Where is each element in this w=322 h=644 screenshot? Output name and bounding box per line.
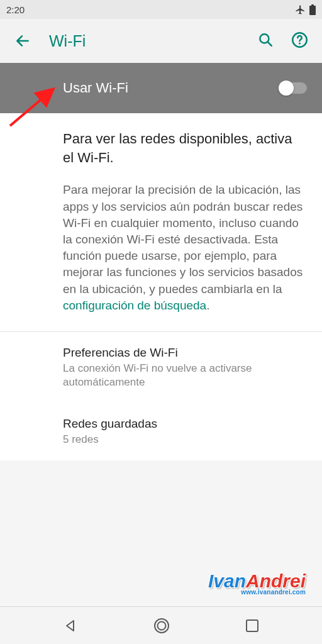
info-body-suffix: . — [206, 299, 209, 312]
help-icon — [291, 31, 308, 48]
page-title: Wi-Fi — [39, 32, 257, 50]
wifi-preferences-item[interactable]: Preferencias de Wi-Fi La conexión Wi-Fi … — [0, 332, 322, 403]
status-time: 2:20 — [6, 4, 25, 15]
watermark-part1: Ivan — [208, 570, 246, 591]
watermark: IvanAndrei www.ivanandrei.com — [208, 572, 306, 595]
app-header: Wi-Fi — [0, 19, 322, 63]
info-title: Para ver las redes disponibles, activa e… — [63, 130, 304, 167]
status-right — [295, 4, 316, 15]
battery-icon — [309, 4, 316, 15]
wifi-toggle-label: Usar Wi-Fi — [63, 80, 279, 96]
nav-back-button[interactable] — [63, 618, 78, 633]
info-body-prefix: Para mejorar la precisión de la ubicació… — [63, 183, 303, 295]
svg-line-3 — [268, 42, 272, 45]
saved-networks-item[interactable]: Redes guardadas 5 redes — [0, 403, 322, 460]
svg-rect-9 — [247, 620, 258, 631]
airplane-mode-icon — [295, 4, 306, 15]
list-item-subtitle: 5 redes — [63, 433, 304, 447]
svg-point-7 — [155, 619, 169, 633]
wifi-toggle-panel[interactable]: Usar Wi-Fi — [0, 63, 322, 113]
search-icon — [257, 31, 274, 48]
status-bar: 2:20 — [0, 0, 322, 19]
info-body: Para mejorar la precisión de la ubicació… — [63, 182, 304, 314]
nav-recent-button[interactable] — [245, 619, 259, 633]
svg-point-5 — [299, 42, 301, 44]
search-settings-link[interactable]: configuración de búsqueda — [63, 299, 206, 312]
wifi-info-block: Para ver las redes disponibles, activa e… — [0, 113, 322, 331]
search-button[interactable] — [257, 31, 274, 51]
list-item-subtitle: La conexión Wi-Fi no vuelve a activarse … — [63, 362, 304, 389]
list-item-title: Redes guardadas — [63, 417, 304, 431]
nav-home-button[interactable] — [153, 617, 170, 635]
list-item-title: Preferencias de Wi-Fi — [63, 346, 304, 360]
switch-thumb — [279, 80, 294, 96]
square-recent-icon — [245, 619, 259, 633]
svg-rect-0 — [309, 6, 316, 15]
circle-home-icon — [153, 617, 170, 635]
help-button[interactable] — [291, 31, 308, 51]
svg-point-8 — [157, 621, 165, 630]
back-arrow-icon — [14, 33, 31, 49]
back-button[interactable] — [6, 33, 39, 49]
wifi-toggle-switch[interactable] — [279, 82, 307, 94]
content-area: Para ver las redes disponibles, activa e… — [0, 113, 322, 460]
svg-rect-1 — [311, 4, 314, 6]
system-nav-bar — [0, 606, 322, 644]
triangle-back-icon — [63, 618, 78, 633]
